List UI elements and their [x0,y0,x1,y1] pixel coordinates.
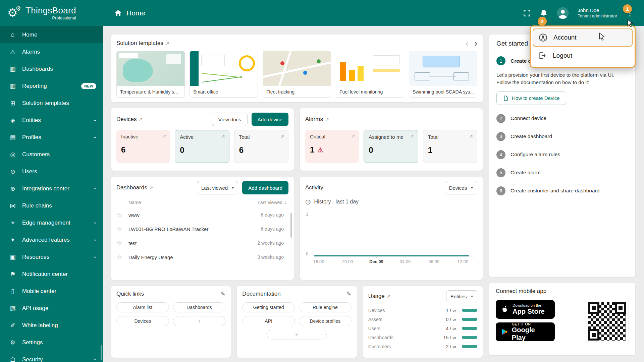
activity-entity-select[interactable]: Devices ▾ [445,181,477,194]
usage-entity-select[interactable]: Entities ▾ [446,290,477,302]
column-label: Last viewed [258,200,282,205]
open-in-new-icon[interactable]: ↗ [469,134,473,139]
add-dashboard-button[interactable]: Add dashboard [242,181,288,194]
sidebar-item-resources[interactable]: ▣ Resources › [0,248,103,265]
column-name[interactable]: Name [128,200,258,205]
carousel-next-button[interactable]: › [474,39,477,48]
alarms-critical-tile[interactable]: Critical ↗ 1 ⚠ [305,130,359,163]
star-icon[interactable]: ☆ [116,211,128,219]
get-started-step-6[interactable]: 6 Create customer and share dashboard [496,186,628,195]
edit-pencil-icon[interactable]: ✎ [346,290,352,298]
add-doc-link-button[interactable]: + [267,330,327,340]
open-in-new-icon[interactable]: ↗ [139,117,143,122]
open-in-new-icon[interactable]: ↗ [162,133,166,139]
sidebar-item-profiles[interactable]: ▤ Profiles › [0,129,103,146]
table-row[interactable]: ☆ test 2 weeks ago [116,236,288,250]
alarms-total-tile[interactable]: Total ↗ 1 [423,130,477,163]
get-started-step-2[interactable]: 2 Connect device [496,114,628,123]
star-icon[interactable]: ☆ [116,253,128,261]
google-play-badge[interactable]: GET IT ON Google Play [496,322,555,341]
sidebar-item-reporting[interactable]: ▥ Reporting NEW [0,77,103,95]
get-started-step-5[interactable]: 5 Create alarm [496,168,628,177]
notifications-bell-icon[interactable] [539,9,548,17]
sidebar-item-alarms[interactable]: ⚠ Alarms [0,43,103,60]
sidebar-item-dashboards[interactable]: ▦ Dashboards [0,60,103,77]
carousel-prev-button[interactable]: ‹ [466,39,469,48]
quick-link-alarm-list[interactable]: Alarm list [116,302,169,312]
sidebar-item-white-labeling[interactable]: ✐ White labeling [0,317,103,334]
menu-item-logout[interactable]: Logout [533,47,633,65]
devices-card: Devices ↗ View docs Add device Inactive … [111,108,294,171]
sidebar-item-solution-templates[interactable]: ⊞ Solution templates [0,95,103,112]
sidebar-item-notification-center[interactable]: ⚑ Notification center [0,265,103,283]
sidebar-item-customers[interactable]: ◎ Customers [0,146,103,163]
quick-link-devices[interactable]: Devices [116,316,169,326]
sidebar-item-home[interactable]: ⌂ Home [0,26,103,43]
page-title: Home [114,9,145,17]
dashboards-list: ☆ www 6 days ago ☆ LW001-BG PRO LoRaWAN … [116,208,288,267]
add-quick-link-button[interactable]: + [173,316,226,326]
sidebar-item-advanced-features[interactable]: ✦ Advanced features › [0,231,103,248]
table-row[interactable]: ☆ www 6 days ago [116,208,288,222]
column-last-viewed[interactable]: Last viewed ↓ [258,200,286,205]
quick-link-dashboards[interactable]: Dashboards [173,302,226,312]
view-docs-button[interactable]: View docs [212,113,248,126]
menu-item-account[interactable]: Account [533,28,633,47]
open-in-new-icon[interactable]: ↗ [221,134,225,139]
devices-active-tile[interactable]: Active ↗ 0 [175,130,229,163]
devices-total-tile[interactable]: Total ↗ 6 [234,130,288,163]
doc-link-getting-started[interactable]: Getting started [242,302,295,312]
table-row[interactable]: ☆ Temperature Monitoring 1 month ago [116,264,288,267]
sidebar-item-api-usage[interactable]: ▧ API usage [0,300,103,317]
edit-pencil-icon[interactable]: ✎ [220,290,225,298]
sidebar-item-security[interactable]: ☖ Security › [0,351,103,362]
doc-link-rule-engine[interactable]: Rule engine [299,302,352,312]
devices-inactive-tile[interactable]: Inactive ↗ 6 [116,130,170,163]
table-row[interactable]: ☆ Daily Energy Usage 3 weeks ago [116,250,288,264]
sidebar-item-integrations-center[interactable]: ⊕ Integrations center › [0,180,103,197]
open-in-new-icon[interactable]: ↗ [149,185,153,190]
how-to-create-device-button[interactable]: How to create Device [496,92,566,105]
qr-finder [588,329,599,341]
list-scrollbar[interactable] [290,213,292,238]
open-in-new-icon[interactable]: ↗ [165,41,169,46]
star-icon[interactable]: ☆ [116,239,128,247]
open-in-new-icon[interactable]: ↗ [410,134,414,139]
usage-progress-bar [462,309,477,312]
get-started-step-4[interactable]: 4 Configure alarm rules [496,150,628,159]
doc-link-api[interactable]: API [242,316,295,326]
table-row[interactable]: ☆ LW001-BG PRO LoRaWAN Tracker 6 days ag… [116,222,288,236]
activity-card: Activity Devices ▾ ◷ History - last 1 da… [300,177,483,280]
open-in-new-icon[interactable]: ↗ [325,117,329,122]
sidebar-item-mobile-center[interactable]: ▯ Mobile center [0,283,103,300]
dashboards-sort-select[interactable]: Last viewed ▾ [197,181,238,194]
sidebar-scrollbar[interactable] [101,345,102,360]
caret-down-icon: ▾ [471,294,473,299]
sidebar-item-users[interactable]: ⊙ Users [0,163,103,180]
open-in-new-icon[interactable]: ↗ [280,134,284,139]
template-card-smart-office[interactable]: Smart office [190,51,258,98]
sidebar-item-rule-chains[interactable]: ⋈ Rule chains [0,197,103,214]
template-card-fleet-tracking[interactable]: Fleet tracking [263,51,331,98]
sidebar-item-entities[interactable]: ◈ Entities › [0,112,103,129]
tile-label: Total [428,134,439,140]
open-in-new-icon[interactable]: ↗ [351,133,355,139]
doc-link-device-profiles[interactable]: Device profiles [299,316,352,326]
alarms-assigned-tile[interactable]: Assigned to me ↗ 0 [364,130,418,163]
template-card-temperature-humidity[interactable]: Temperature & Humidity s... [116,51,185,98]
template-card-fuel-level[interactable]: Fuel level monitoring [336,51,404,98]
app-store-badge[interactable]: Download on the App Store [496,300,555,319]
get-started-step-3[interactable]: 3 Create dashboard [496,132,628,141]
open-in-new-icon[interactable]: ↗ [387,294,391,299]
sidebar-item-settings[interactable]: ⚙ Settings [0,334,103,351]
brand-logo[interactable]: ⚙ ⚙ ThingsBoard Professional [0,5,103,21]
template-card-swimming-pool-scada[interactable]: Swimming pool SCADA sys... [409,51,477,98]
add-device-button[interactable]: Add device [252,113,288,126]
sidebar-item-edge-management[interactable]: ⌖ Edge management › [0,214,103,231]
button-label: How to create Device [512,95,560,101]
entities-icon: ◈ [9,117,17,124]
sidebar: ⌂ Home ⚠ Alarms ▦ Dashboards ▥ Reporting… [0,26,103,362]
fullscreen-icon[interactable] [523,9,531,17]
user-avatar[interactable] [556,6,570,20]
star-icon[interactable]: ☆ [116,225,128,233]
